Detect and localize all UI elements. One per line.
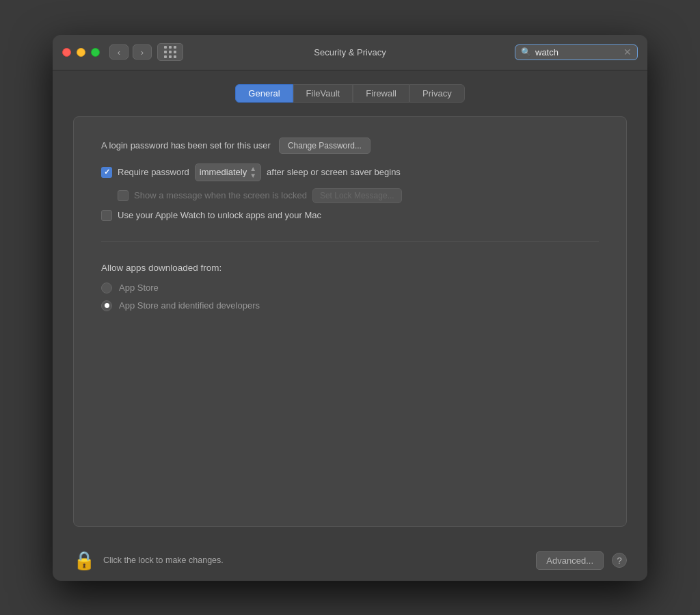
search-input[interactable]: [535, 47, 619, 57]
app-grid-button[interactable]: [157, 43, 183, 61]
after-sleep-text: after sleep or screen saver begins: [267, 167, 401, 177]
lock-icon[interactable]: 🔒: [73, 550, 95, 571]
change-password-button[interactable]: Change Password...: [279, 138, 371, 154]
radio-inner-dot: [105, 303, 109, 308]
window-title: Security & Privacy: [314, 47, 386, 57]
radio-app-store-label: App Store: [119, 283, 159, 293]
radio-app-store-identified-button[interactable]: [101, 300, 112, 311]
tab-bar: General FileVault Firewall Privacy: [73, 84, 627, 103]
clear-search-button[interactable]: ✕: [623, 47, 632, 57]
apple-watch-checkbox[interactable]: [101, 210, 112, 221]
lock-text: Click the lock to make changes.: [103, 555, 528, 565]
login-password-text: A login password has been set for this u…: [101, 140, 271, 151]
back-button[interactable]: ‹: [109, 44, 129, 60]
divider: [101, 241, 599, 242]
apple-watch-row: Use your Apple Watch to unlock apps and …: [101, 210, 599, 221]
search-box[interactable]: 🔍 ✕: [515, 44, 638, 60]
show-lock-message-label: Show a message when the screen is locked: [134, 190, 307, 200]
window: ‹ › Security & Privacy 🔍 ✕ General FileV…: [53, 35, 647, 581]
bottom-bar: 🔒 Click the lock to make changes. Advanc…: [53, 540, 647, 581]
maximize-button[interactable]: [91, 48, 100, 57]
tab-firewall[interactable]: Firewall: [353, 84, 409, 103]
set-lock-message-button[interactable]: Set Lock Message...: [312, 188, 402, 203]
require-password-label: Require password: [118, 167, 189, 177]
radio-app-store-button[interactable]: [101, 283, 112, 293]
allow-apps-label: Allow apps downloaded from:: [101, 263, 599, 273]
main-panel: A login password has been set for this u…: [73, 116, 627, 527]
login-password-row: A login password has been set for this u…: [101, 138, 599, 154]
tab-general[interactable]: General: [235, 84, 293, 103]
traffic-lights: [62, 48, 100, 57]
nav-buttons: ‹ ›: [109, 44, 152, 60]
require-password-row: Require password immediately ▲ ▼ after s…: [101, 163, 599, 181]
lock-message-checkbox[interactable]: [118, 190, 129, 201]
advanced-button[interactable]: Advanced...: [536, 551, 604, 570]
forward-button[interactable]: ›: [133, 44, 152, 60]
stepper-icon: ▲ ▼: [250, 166, 256, 179]
grid-icon: [164, 46, 177, 59]
allow-apps-section: Allow apps downloaded from: App Store Ap…: [101, 263, 599, 311]
require-password-checkbox[interactable]: [101, 167, 112, 178]
lock-message-row: Show a message when the screen is locked…: [101, 188, 599, 203]
help-button[interactable]: ?: [612, 553, 627, 568]
apple-watch-label: Use your Apple Watch to unlock apps and …: [118, 210, 321, 220]
titlebar: ‹ › Security & Privacy 🔍 ✕: [53, 35, 647, 70]
minimize-button[interactable]: [77, 48, 85, 57]
radio-app-store-identified-label: App Store and identified developers: [119, 300, 260, 311]
immediately-value: immediately: [200, 167, 247, 177]
immediately-dropdown[interactable]: immediately ▲ ▼: [195, 163, 261, 181]
tab-privacy[interactable]: Privacy: [409, 84, 465, 103]
radio-app-store-identified-row[interactable]: App Store and identified developers: [101, 300, 599, 311]
content-area: General FileVault Firewall Privacy A log…: [53, 70, 647, 540]
search-icon: 🔍: [521, 47, 531, 57]
radio-app-store-row[interactable]: App Store: [101, 283, 599, 293]
close-button[interactable]: [62, 48, 71, 57]
tab-filevault[interactable]: FileVault: [293, 84, 353, 103]
